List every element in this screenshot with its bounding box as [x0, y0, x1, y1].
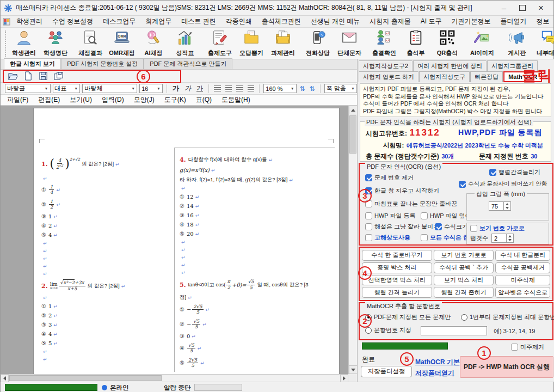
- hwp-menu-item[interactable]: 보기(U): [70, 95, 92, 105]
- tab-organize-exams[interactable]: 여러 시험지 한번에 정리: [413, 60, 487, 71]
- hwp-menu-item[interactable]: 도구(K): [164, 95, 186, 105]
- tab-count-spinner[interactable]: 2: [491, 234, 514, 243]
- checkbox-equation-size-11[interactable]: [435, 223, 442, 230]
- toolbar-grading-result-button[interactable]: 채점결과: [75, 28, 106, 58]
- toolbar-student-list-button[interactable]: 학생명단: [40, 28, 71, 58]
- scroll-down-icon[interactable]: [349, 365, 357, 374]
- checkbox-no-space-between[interactable]: [459, 181, 466, 188]
- tab-hangul-exam-view[interactable]: 한글 시험지 보기: [4, 58, 61, 69]
- action-button[interactable]: 수식뒤 공백 ` 추가: [434, 262, 494, 273]
- menubar-item[interactable]: 출석체크관련: [257, 17, 306, 26]
- font-family-select[interactable]: 바탕체▼: [82, 84, 137, 93]
- toolbar-roster-button[interactable]: 출석부: [400, 28, 432, 58]
- checkbox-remove-endnote[interactable]: [511, 344, 518, 351]
- menubar-item[interactable]: AI 도구: [416, 17, 447, 26]
- run-pdf-to-hwp-mathocr-button[interactable]: PDF -> HWP Math OCR 실행: [460, 356, 553, 378]
- action-button[interactable]: 보기 박스 처리: [434, 275, 494, 286]
- bold-button[interactable]: 가: [171, 84, 181, 93]
- menubar-item[interactable]: 기관기본정보: [446, 17, 495, 26]
- line-spacing-increase-icon[interactable]: [299, 85, 306, 93]
- checkbox-remove-problem-number[interactable]: [365, 174, 372, 181]
- align-center-icon[interactable]: [225, 85, 232, 91]
- toolbar-student-manage-button[interactable]: 학생관리: [8, 28, 40, 58]
- checkbox-hwp-register[interactable]: [365, 212, 372, 219]
- scroll-right-icon[interactable]: [340, 375, 348, 382]
- action-button[interactable]: 행렬 간격 늘리기: [362, 287, 432, 298]
- hwp-menu-item[interactable]: 입력(D): [102, 95, 124, 105]
- scroll-left-icon[interactable]: [1, 375, 9, 382]
- hwp-menu-item[interactable]: 모양(J): [134, 95, 155, 105]
- menubar-item[interactable]: 각종인쇄: [221, 17, 257, 26]
- toolbar-ai-grading-button[interactable]: AI채점: [138, 28, 169, 58]
- checkbox-high-resolution[interactable]: [365, 234, 372, 241]
- save-icon[interactable]: [36, 71, 50, 82]
- action-button[interactable]: 보기 번호 가로로: [434, 250, 494, 261]
- toolbar-phone-consult-button[interactable]: 전화상담: [302, 28, 334, 58]
- scroll-up-icon[interactable]: [349, 106, 357, 114]
- style-preset-select[interactable]: 대표▼: [53, 84, 81, 93]
- save-as-icon[interactable]: [52, 71, 65, 82]
- action-button[interactable]: 수식끝 공백제거: [495, 262, 550, 273]
- checkbox-all-equations-one-line[interactable]: [421, 234, 428, 241]
- menubar-item[interactable]: 정보: [531, 17, 554, 26]
- menubar-item[interactable]: 테스트 관련: [176, 17, 220, 26]
- action-button[interactable]: 알파벳은 수식으로: [495, 287, 550, 298]
- zoom-level-select[interactable]: 160 %▼: [263, 84, 296, 93]
- align-justify-icon[interactable]: [236, 85, 243, 91]
- radio-custom-numbers[interactable]: [365, 327, 372, 334]
- window-minimize-icon[interactable]: [495, 2, 513, 15]
- toolbar-ai-image-button[interactable]: AI이미지: [466, 28, 498, 58]
- window-maximize-icon[interactable]: [513, 2, 532, 15]
- window-close-icon[interactable]: [532, 2, 550, 15]
- tab-exam-tools[interactable]: 시험지작성도구: [419, 71, 470, 82]
- new-document-icon[interactable]: [21, 71, 34, 82]
- toolbar-wrong-answer-button[interactable]: 오답뽑기: [236, 28, 267, 58]
- horizontal-scroll-thumb[interactable]: [9, 375, 162, 381]
- vertical-scrollbar[interactable]: [348, 106, 357, 374]
- toolbar-homework-button[interactable]: 과제관리: [267, 28, 299, 58]
- toolbar-qr-attendance-button[interactable]: QR출석: [432, 28, 463, 58]
- action-button[interactable]: 수식 내 한글분리: [495, 250, 550, 261]
- menubar-item[interactable]: 데스크업무: [98, 17, 140, 26]
- hwp-menu-item[interactable]: 도움말(H): [221, 95, 250, 105]
- tab-quick-answer[interactable]: 빠른정답: [470, 71, 503, 82]
- line-spacing-decrease-icon[interactable]: [309, 85, 316, 93]
- action-button[interactable]: 미주삭제: [495, 275, 550, 286]
- hwp-menu-item[interactable]: 파일(F): [7, 95, 28, 105]
- alarm-stop-field[interactable]: [194, 384, 242, 391]
- toolbar-report-card-button[interactable]: 성적표: [169, 28, 201, 58]
- toolbar-omr-grading-button[interactable]: OMR OMR채점: [106, 28, 138, 58]
- align-right-icon[interactable]: [248, 85, 255, 91]
- document-page[interactable]: 1. ( 42√2 )2+√2 의 값은? [2점] ①14 ②12 ③1 ④2…: [33, 108, 340, 375]
- menubar-item[interactable]: 학생관리: [11, 17, 47, 26]
- checkbox-view-number-horizontal[interactable]: [470, 225, 477, 232]
- hwp-menu-item[interactable]: 편집(E): [38, 95, 60, 105]
- tab-exam-tools2[interactable]: 시험지작성도구2: [359, 60, 413, 71]
- underline-button[interactable]: 가: [195, 84, 205, 93]
- fit-width-select[interactable]: 폭 맞춤▼: [324, 84, 357, 93]
- save-folder-settings-button[interactable]: 저장폴더설정: [361, 366, 412, 377]
- align-left-icon[interactable]: [214, 85, 221, 91]
- radio-max-problem-number[interactable]: [461, 314, 467, 321]
- tab-pdf-question-number[interactable]: PDF 시험지 문항번호 설정: [61, 58, 144, 69]
- tab-exam-upload[interactable]: 시험지 업로드 하기: [359, 71, 418, 82]
- toolbar-internal-chat-button[interactable]: 내부대화: [533, 28, 554, 58]
- toolbar-board-button[interactable]: 게시판: [501, 28, 533, 58]
- horizontal-scrollbar[interactable]: [1, 374, 348, 382]
- tab-pdf-to-multiple-choice[interactable]: PDF 문제 객관식으로 만들기: [144, 58, 232, 69]
- action-button[interactable]: 증명 박스 처리: [362, 262, 432, 273]
- menubar-item[interactable]: 회계업무: [140, 17, 176, 26]
- vertical-scroll-thumb[interactable]: [349, 115, 356, 154]
- open-save-folder-link[interactable]: 저장폴더열기: [415, 369, 454, 378]
- image-width-spinner[interactable]: 75: [489, 201, 511, 211]
- checkbox-increase-row-gap[interactable]: [489, 169, 496, 176]
- action-button[interactable]: 선택한영역 박스 처리: [362, 275, 432, 286]
- font-size-select[interactable]: 16▼: [139, 84, 163, 93]
- open-folder-icon[interactable]: [6, 71, 19, 82]
- italic-button[interactable]: 가: [183, 84, 193, 93]
- action-button[interactable]: 수식 한 줄로바꾸기: [362, 250, 432, 261]
- toolbar-exam-tool-button[interactable]: 출제도구: [204, 28, 236, 58]
- custom-numbers-input[interactable]: [421, 326, 487, 335]
- menubar-item[interactable]: 수업 정보설정: [47, 17, 98, 26]
- checkbox-paste-explanation[interactable]: [365, 223, 372, 230]
